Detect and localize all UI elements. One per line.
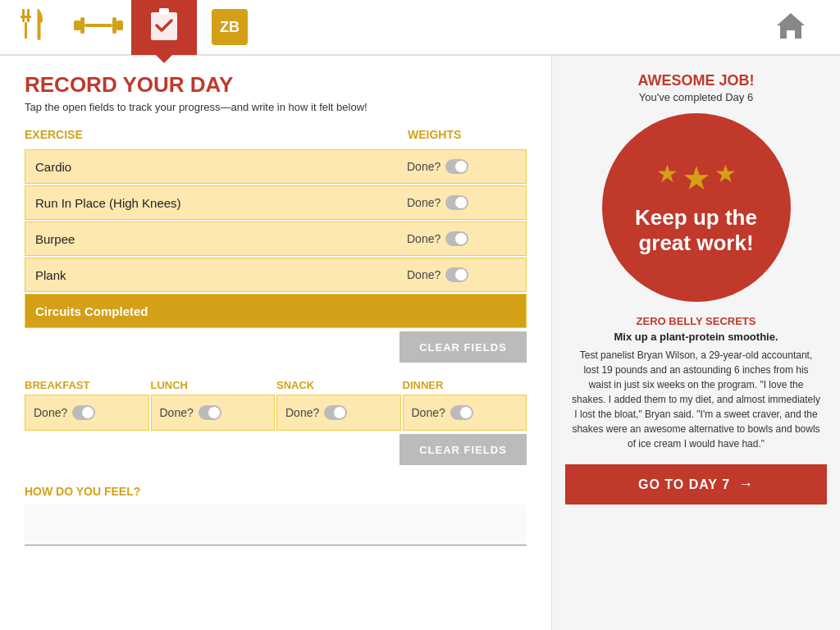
clipboard-icon xyxy=(149,7,179,48)
star-right-icon: ★ xyxy=(714,159,737,197)
clipboard-nav-icon[interactable] xyxy=(131,0,197,55)
done-cell-cardio[interactable]: Done? xyxy=(399,159,526,174)
secrets-section: ZERO BELLY SECRETS Mix up a plant-protei… xyxy=(565,315,827,451)
lunch-col: LUNCH Done? xyxy=(151,379,276,431)
breakfast-label: BREAKFAST xyxy=(25,379,149,391)
dinner-done-cell[interactable]: Done? xyxy=(403,395,527,431)
svg-rect-6 xyxy=(84,24,112,27)
exercise-clear-button[interactable]: CLEAR FIELDS xyxy=(399,331,527,363)
page-subtitle: Tap the open fields to track your progre… xyxy=(25,101,527,113)
exercise-name-cardio: Cardio xyxy=(25,160,399,174)
done-cell-plank[interactable]: Done? xyxy=(399,267,526,282)
snack-col: SNACK Done? xyxy=(276,379,401,431)
star-left-icon: ★ xyxy=(656,159,678,197)
exercise-label: EXERCISE xyxy=(25,128,83,141)
star-center-icon: ★ xyxy=(682,159,711,197)
awesome-subtitle: You've completed Day 6 xyxy=(639,91,753,103)
lunch-done-cell[interactable]: Done? xyxy=(151,395,276,431)
home-nav-icon[interactable] xyxy=(758,0,824,55)
right-panel: AWESOME JOB! You've completed Day 6 ★ ★ … xyxy=(551,56,840,630)
done-toggle-burpee[interactable] xyxy=(445,231,468,246)
fork-knife-icon xyxy=(18,7,48,47)
feel-section: HOW DO YOU FEEL? xyxy=(25,485,527,546)
food-nav-icon[interactable] xyxy=(0,0,66,55)
exercise-row-circuits: Circuits Completed xyxy=(25,294,527,328)
circuits-label: Circuits Completed xyxy=(25,304,399,318)
done-toggle-cardio[interactable] xyxy=(445,159,468,174)
done-cell-burpee[interactable]: Done? xyxy=(399,231,526,246)
breakfast-done-cell[interactable]: Done? xyxy=(25,395,149,431)
snack-done-cell[interactable]: Done? xyxy=(276,395,401,431)
exercise-row-run: Run In Place (High Knees) Done? xyxy=(25,185,527,220)
exercise-nav-icon[interactable] xyxy=(66,0,131,55)
done-toggle-run[interactable] xyxy=(445,195,468,210)
zb-logo-icon: ZB xyxy=(212,9,248,45)
go-to-day-button[interactable]: GO TO DAY 7 → xyxy=(565,464,827,504)
home-icon xyxy=(774,9,807,45)
page-title: RECORD YOUR DAY xyxy=(25,72,527,98)
awesome-title: AWESOME JOB! xyxy=(637,72,754,89)
left-panel: RECORD YOUR DAY Tap the open fields to t… xyxy=(0,56,551,630)
exercise-name-run: Run In Place (High Knees) xyxy=(25,196,399,210)
meals-clear-button[interactable]: CLEAR FIELDS xyxy=(399,434,527,465)
breakfast-toggle[interactable] xyxy=(72,405,95,420)
svg-rect-3 xyxy=(25,22,27,39)
circle-text: Keep up the great work! xyxy=(635,205,757,256)
exercise-headers: EXERCISE WEIGHTS xyxy=(25,128,527,146)
dinner-col: DINNER Done? xyxy=(403,379,527,431)
svg-rect-7 xyxy=(112,17,116,34)
exercise-name-plank: Plank xyxy=(25,268,399,282)
dumbbell-icon xyxy=(74,14,123,40)
done-cell-run[interactable]: Done? xyxy=(399,195,526,210)
svg-rect-8 xyxy=(116,21,123,30)
dinner-toggle[interactable] xyxy=(450,405,473,420)
svg-rect-2 xyxy=(21,16,31,18)
stars-row: ★ ★ ★ xyxy=(656,159,737,197)
meals-clear-row: CLEAR FIELDS xyxy=(25,434,527,465)
meals-section: BREAKFAST Done? LUNCH Done? SNACK xyxy=(25,379,527,465)
exercise-row-plank: Plank Done? xyxy=(25,258,527,292)
completion-badge: ★ ★ ★ Keep up the great work! xyxy=(602,113,791,302)
svg-marker-11 xyxy=(777,13,805,39)
breakfast-col: BREAKFAST Done? xyxy=(25,379,149,431)
exercise-name-burpee: Burpee xyxy=(25,232,399,246)
go-button-label: GO TO DAY 7 xyxy=(638,477,730,492)
feel-label: HOW DO YOU FEEL? xyxy=(25,485,527,498)
svg-rect-4 xyxy=(74,21,80,30)
lunch-label: LUNCH xyxy=(151,379,276,391)
snack-toggle[interactable] xyxy=(324,405,347,420)
secrets-title: ZERO BELLY SECRETS xyxy=(572,315,820,327)
exercise-row-cardio: Cardio Done? xyxy=(25,149,527,184)
done-toggle-plank[interactable] xyxy=(445,267,468,282)
go-button-arrow-icon: → xyxy=(738,476,754,493)
dinner-label: DINNER xyxy=(403,379,527,391)
feel-input[interactable] xyxy=(25,504,527,546)
weights-label: WEIGHTS xyxy=(399,128,527,141)
exercise-row-burpee: Burpee Done? xyxy=(25,221,527,256)
secrets-body: Test panelist Bryan Wilson, a 29-year-ol… xyxy=(572,348,820,451)
svg-rect-10 xyxy=(159,8,169,15)
snack-label: SNACK xyxy=(276,379,401,391)
meals-row: BREAKFAST Done? LUNCH Done? SNACK xyxy=(25,379,527,431)
zb-nav-icon[interactable]: ZB xyxy=(197,0,262,55)
lunch-toggle[interactable] xyxy=(199,405,221,420)
svg-rect-5 xyxy=(80,17,84,34)
main-content: RECORD YOUR DAY Tap the open fields to t… xyxy=(0,56,840,630)
exercise-section: EXERCISE WEIGHTS Cardio Done? Run In Pla… xyxy=(25,128,527,363)
app-header: ZB xyxy=(0,0,840,56)
secrets-subtitle: Mix up a plant-protein smoothie. xyxy=(572,331,820,343)
